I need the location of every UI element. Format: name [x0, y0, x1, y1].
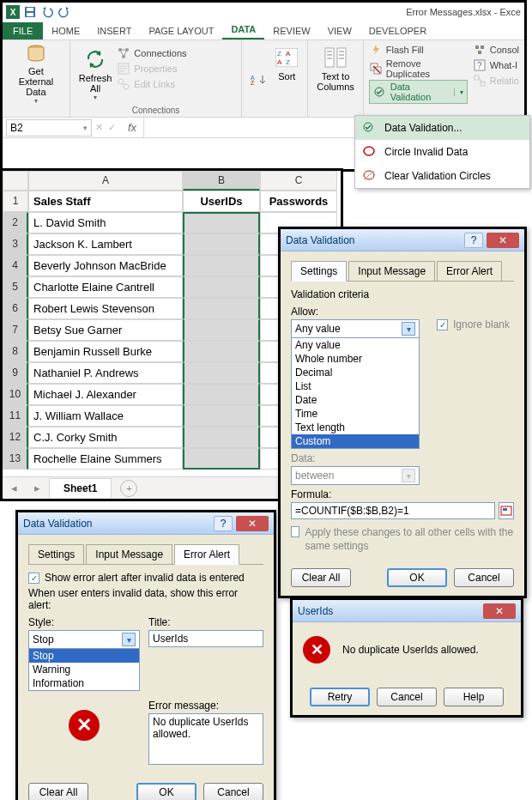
msgbox-help-button[interactable]: Help [444, 688, 504, 706]
cell-b4[interactable] [183, 255, 260, 276]
dv-error-cancel-button[interactable]: Cancel [203, 783, 263, 800]
dv-error-tab-input[interactable]: Input Message [86, 544, 172, 565]
opt-whole-number[interactable]: Whole number [292, 352, 419, 366]
opt-time[interactable]: Time [292, 407, 419, 421]
tab-insert[interactable]: INSERT [88, 23, 140, 39]
redo-icon[interactable] [57, 5, 71, 19]
flash-fill-button[interactable]: Flash Fill [369, 42, 468, 58]
show-alert-checkbox[interactable]: ✓Show error alert after invalid data is … [28, 572, 263, 584]
undo-icon[interactable] [40, 5, 54, 19]
cell-a10[interactable]: Michael J. Alexander [28, 384, 183, 405]
row-3-header[interactable]: 3 [3, 233, 28, 255]
opt-list[interactable]: List [292, 379, 419, 393]
tab-home[interactable]: HOME [43, 23, 88, 39]
name-box[interactable]: B2▾ [6, 119, 92, 136]
error-message-input[interactable] [148, 713, 263, 765]
opt-text-length[interactable]: Text length [292, 421, 419, 434]
dv-error-tab-settings[interactable]: Settings [28, 544, 84, 565]
row-7-header[interactable]: 7 [3, 319, 28, 341]
dv-error-close-button[interactable]: ✕ [236, 516, 269, 531]
tab-view[interactable]: VIEW [319, 23, 360, 39]
cell-a2[interactable]: L. David Smith [28, 212, 183, 233]
range-picker-icon[interactable] [499, 502, 514, 519]
cell-b3[interactable] [183, 233, 260, 255]
cell-b8[interactable] [183, 341, 260, 362]
relations-button[interactable]: Relatio [473, 73, 519, 88]
row-13-header[interactable]: 13 [3, 448, 28, 470]
sort-button[interactable]: ZAAZ Sort [271, 42, 302, 94]
cell-a1[interactable]: Sales Staff [28, 191, 183, 212]
opt-decimal[interactable]: Decimal [292, 366, 419, 379]
col-a-header[interactable]: A [28, 171, 183, 191]
cell-b7[interactable] [183, 319, 260, 341]
tab-page-layout[interactable]: PAGE LAYOUT [140, 23, 222, 39]
allow-listbox[interactable]: Any value Whole number Decimal List Date… [291, 337, 420, 449]
tab-data[interactable]: DATA [222, 21, 264, 39]
refresh-all-button[interactable]: Refresh All▾ [76, 42, 116, 115]
style-listbox[interactable]: Stop Warning Information [28, 648, 140, 691]
dv-error-ok-button[interactable]: OK [136, 783, 196, 800]
ignore-blank-checkbox[interactable]: ✓Ignore blank [437, 318, 510, 330]
msgbox-titlebar[interactable]: UserIds ✕ [293, 600, 521, 622]
allow-select[interactable]: Any value▾ [291, 319, 420, 338]
dv-settings-cancel-button[interactable]: Cancel [454, 568, 514, 587]
save-icon[interactable] [23, 5, 37, 19]
sort-az-button[interactable]: AZ [247, 42, 271, 115]
whatif-button[interactable]: ?What-I [473, 58, 519, 73]
cell-b12[interactable] [183, 427, 260, 448]
row-1-header[interactable]: 1 [3, 191, 28, 212]
row-10-header[interactable]: 10 [3, 384, 28, 405]
fx-icon[interactable]: fx [128, 121, 136, 134]
cell-a8[interactable]: Benjamin Russell Burke [28, 341, 183, 362]
remove-duplicates-button[interactable]: Remove Duplicates [369, 58, 468, 80]
menu-clear-circles[interactable]: Clear Validation Circles [355, 164, 529, 188]
dv-settings-help-button[interactable]: ? [464, 233, 483, 248]
dv-tab-input-message[interactable]: Input Message [348, 261, 435, 282]
cell-a11[interactable]: J. William Wallace [28, 405, 183, 427]
row-11-header[interactable]: 11 [3, 405, 28, 427]
cell-a9[interactable]: Nathaniel P. Andrews [28, 362, 183, 384]
cell-b13[interactable] [183, 448, 260, 470]
cell-b2[interactable] [183, 212, 260, 233]
row-4-header[interactable]: 4 [3, 255, 28, 276]
cell-b1[interactable]: UserIDs [183, 191, 260, 212]
tab-file[interactable]: FILE [3, 22, 43, 39]
dv-settings-ok-button[interactable]: OK [387, 568, 447, 587]
menu-circle-invalid[interactable]: Circle Invalid Data [355, 140, 529, 164]
sheet-add-button[interactable]: + [120, 480, 137, 497]
style-select[interactable]: Stop▾ [28, 630, 140, 649]
col-b-header[interactable]: B [183, 171, 260, 191]
row-12-header[interactable]: 12 [3, 427, 28, 448]
opt-any-value[interactable]: Any value [292, 338, 419, 352]
edit-links-button[interactable]: Edit Links [117, 76, 186, 92]
row-2-header[interactable]: 2 [3, 212, 28, 233]
msgbox-cancel-button[interactable]: Cancel [377, 688, 437, 706]
opt-warning[interactable]: Warning [29, 663, 139, 676]
tab-developer[interactable]: DEVELOPER [360, 23, 435, 39]
opt-stop[interactable]: Stop [29, 649, 139, 663]
sheet-nav-prev[interactable]: ◂ [3, 482, 26, 494]
consolidate-button[interactable]: Consol [473, 42, 519, 58]
row-8-header[interactable]: 8 [3, 341, 28, 362]
dv-error-titlebar[interactable]: Data Validation ? ✕ [18, 512, 274, 535]
dv-settings-titlebar[interactable]: Data Validation ? ✕ [281, 229, 524, 252]
cell-a5[interactable]: Charlotte Elaine Cantrell [28, 276, 183, 298]
row-9-header[interactable]: 9 [3, 362, 28, 384]
menu-data-validation[interactable]: Data Validation... [355, 116, 529, 140]
cell-a12[interactable]: C.J. Corky Smith [28, 427, 183, 448]
text-to-columns-button[interactable]: Text to Columns [313, 42, 357, 104]
formula-input[interactable] [291, 502, 495, 519]
get-external-data-button[interactable]: Get External Data▾ [8, 42, 64, 115]
select-all-corner[interactable] [3, 171, 28, 191]
dv-error-help-button[interactable]: ? [214, 516, 233, 531]
col-c-header[interactable]: C [260, 171, 337, 191]
cell-a3[interactable]: Jackson K. Lambert [28, 233, 183, 255]
dv-error-clear-all-button[interactable]: Clear All [28, 783, 88, 800]
cell-a6[interactable]: Robert Lewis Stevenson [28, 298, 183, 319]
cell-b10[interactable] [183, 384, 260, 405]
msgbox-retry-button[interactable]: Retry [310, 688, 370, 706]
row-6-header[interactable]: 6 [3, 298, 28, 319]
cell-b11[interactable] [183, 405, 260, 427]
data-validation-button[interactable]: Data Validation ▾ [369, 80, 468, 104]
sheet-tab-sheet1[interactable]: Sheet1 [49, 478, 112, 498]
